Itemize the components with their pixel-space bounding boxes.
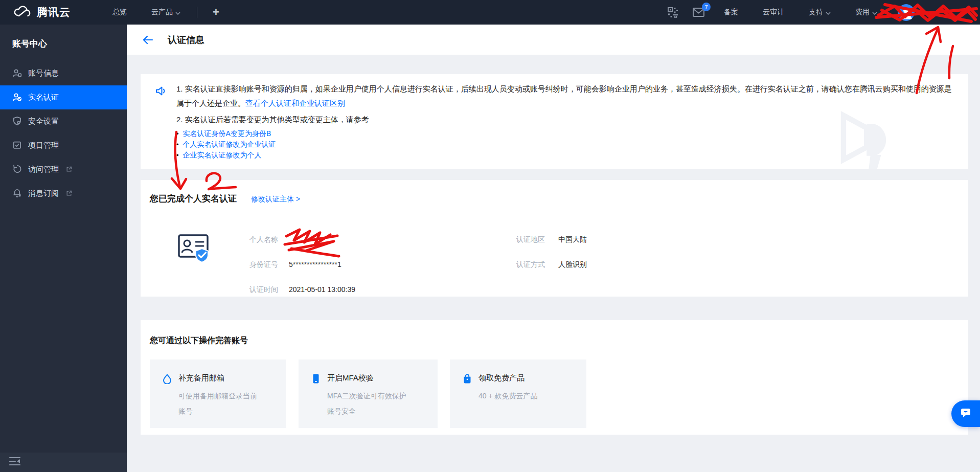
shield-icon (12, 116, 22, 127)
id-number-value: 5****************1 (289, 260, 341, 268)
verification-title: 您已完成个人实名认证 (150, 193, 237, 205)
auth-time-value: 2021-05-01 13:00:39 (289, 285, 355, 294)
sidebar-collapse-button[interactable] (0, 453, 127, 472)
top-navigation: 总览 云产品 + (100, 0, 231, 25)
username-scribbled[interactable] (919, 6, 974, 18)
nav-beian[interactable]: 备案 (712, 0, 750, 25)
add-tab-button[interactable]: + (201, 6, 231, 19)
page-header: 认证信息 (127, 25, 980, 55)
topbar-divider (197, 7, 197, 18)
tile-free-products[interactable]: 领取免费产品 40 + 款免费云产品 (450, 359, 586, 428)
sidebar-item-label: 账号信息 (28, 69, 59, 78)
chevron-down-icon (175, 8, 180, 16)
id-card-verified-icon (176, 230, 210, 266)
tile-title: 开启MFA校验 (327, 373, 374, 383)
chat-bubble-icon (960, 407, 972, 421)
logo-text: 腾讯云 (37, 5, 71, 19)
shopping-bag-icon (462, 373, 472, 386)
sidebar-item-access-management[interactable]: 访问管理 (0, 158, 127, 182)
nav-billing[interactable]: 费用 (843, 0, 890, 25)
user-card-icon (12, 68, 22, 79)
sidebar-item-message-subscription[interactable]: 消息订阅 (0, 182, 127, 206)
page-title: 认证信息 (168, 34, 204, 46)
enterprise-to-personal-link[interactable]: 企业实名认证修改为个人 (176, 150, 952, 161)
auth-method-value: 人脸识别 (558, 260, 587, 269)
auth-region-label: 认证地区 (516, 235, 545, 244)
tile-backup-email[interactable]: 补充备用邮箱 可使用备用邮箱登录当前账号 (150, 359, 286, 428)
compare-auth-link[interactable]: 查看个人认证和企业认证区别 (245, 99, 345, 107)
modify-subject-link[interactable]: 修改认证主体 > (251, 195, 300, 204)
tile-description: MFA二次验证可有效保护账号安全 (327, 388, 410, 419)
notice-body: 1. 实名认证直接影响账号和资源的归属，如果企业用户使用个人信息进行实名认证，后… (176, 82, 952, 161)
topbar: 腾讯云 总览 云产品 + 7 备案 (0, 0, 980, 25)
notice-paragraph-1: 1. 实名认证直接影响账号和资源的归属，如果企业用户使用个人信息进行实名认证，后… (176, 82, 952, 110)
back-button[interactable] (142, 35, 153, 45)
name-label: 个人名称 (249, 235, 278, 244)
cloud-logo-icon (13, 5, 32, 20)
change-identity-link[interactable]: 实名认证身份A变更为身份B (176, 128, 952, 139)
notice-paragraph-2: 2. 实名认证后若需要变更为其他类型或变更主体，请参考 (176, 114, 952, 125)
notice-link-list: 实名认证身份A变更为身份B 个人实名认证修改为企业认证 企业实名认证修改为个人 (176, 128, 952, 161)
tile-title: 领取免费产品 (478, 373, 525, 383)
droplet-icon (162, 373, 172, 386)
sidebar-item-label: 实名认证 (28, 93, 59, 102)
sidebar: 账号中心 账号信息 实名认证 安全设置 (0, 25, 127, 472)
chevron-down-icon (826, 8, 831, 16)
announcement-icon (155, 85, 167, 99)
personal-to-enterprise-link[interactable]: 个人实名认证修改为企业认证 (176, 139, 952, 150)
sidebar-item-security-settings[interactable]: 安全设置 (0, 109, 127, 133)
nav-cloud-products[interactable]: 云产品 (139, 0, 193, 25)
tile-description: 可使用备用邮箱登录当前账号 (178, 388, 261, 419)
chevron-down-icon (872, 8, 877, 16)
notice-card: 1. 实名认证直接影响账号和资源的归属，如果企业用户使用个人信息进行实名认证，后… (141, 74, 968, 169)
verification-card: 您已完成个人实名认证 修改认证主体 > 个人名称 身份证号 5*********… (141, 180, 968, 297)
phone-icon (311, 373, 321, 386)
scan-qr-icon[interactable] (660, 0, 686, 25)
sidebar-item-project-management[interactable]: 项目管理 (0, 133, 127, 158)
access-circle-icon (12, 164, 22, 175)
sidebar-item-real-name-auth[interactable]: 实名认证 (0, 85, 127, 109)
tile-description: 40 + 款免费云产品 (478, 388, 561, 403)
tencent-cloud-logo[interactable]: 腾讯云 (13, 5, 71, 20)
bell-icon (12, 188, 22, 199)
topbar-right: 7 备案 云审计 支持 费用 (660, 0, 974, 25)
sidebar-item-label: 项目管理 (28, 141, 59, 150)
avatar[interactable] (898, 4, 915, 21)
actions-title: 您可通过以下操作完善账号 (150, 335, 248, 346)
sidebar-title: 账号中心 (0, 25, 127, 61)
user-check-icon (12, 92, 22, 103)
external-link-icon (66, 165, 72, 174)
mail-icon[interactable]: 7 (686, 0, 712, 25)
auth-region-value: 中国大陆 (558, 235, 587, 244)
auth-method-label: 认证方式 (516, 260, 545, 269)
tile-title: 补充备用邮箱 (178, 373, 224, 383)
nav-cloud-audit[interactable]: 云审计 (750, 0, 796, 25)
nav-support[interactable]: 支持 (796, 0, 843, 25)
external-link-icon (66, 189, 72, 198)
nav-overview[interactable]: 总览 (100, 0, 139, 25)
sidebar-item-label: 安全设置 (28, 117, 59, 126)
auth-time-label: 认证时间 (249, 285, 278, 295)
project-check-icon (12, 140, 22, 151)
sidebar-item-account-info[interactable]: 账号信息 (0, 61, 127, 85)
chat-support-button[interactable] (951, 400, 980, 427)
id-number-label: 身份证号 (249, 260, 278, 269)
collapse-menu-icon (9, 457, 20, 468)
tile-enable-mfa[interactable]: 开启MFA校验 MFA二次验证可有效保护账号安全 (299, 359, 438, 428)
mail-unread-badge: 7 (702, 3, 711, 11)
sidebar-item-label: 访问管理 (28, 165, 59, 174)
account-actions-card: 您可通过以下操作完善账号 补充备用邮箱 可使用备用邮箱登录当前账号 开启MFA校… (141, 320, 968, 435)
sidebar-item-label: 消息订阅 (28, 189, 59, 198)
